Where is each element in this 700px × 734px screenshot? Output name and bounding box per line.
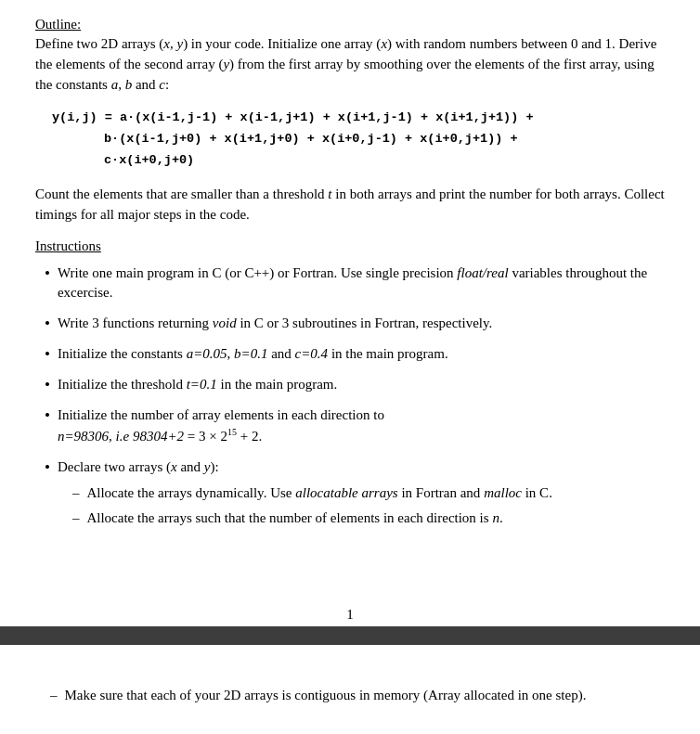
sub-dash-2: –	[72, 509, 80, 529]
bullet-dot-4: •	[45, 375, 50, 395]
sub-item-2-text: Allocate the arrays such that the number…	[86, 509, 502, 529]
continuation-list: – Make sure that each of your 2D arrays …	[50, 686, 665, 706]
instructions-heading: Instructions	[35, 238, 665, 254]
bullet-dot-3: •	[45, 344, 50, 365]
page-number: 1	[346, 607, 354, 622]
formula-line-2: b·(x(i-1,j+0) + x(i+1,j+0) + x(i+0,j-1) …	[104, 129, 665, 150]
list-item-6-text: Declare two arrays (x and y): – Allocate…	[58, 457, 665, 534]
list-item-4-text: Initialize the threshold t=0.1 in the ma…	[58, 375, 665, 395]
list-item-5-text: Initialize the number of array elements …	[58, 406, 665, 447]
continuation-dash: –	[50, 686, 58, 706]
bullet-dot-1: •	[45, 264, 50, 284]
sub-item-1: – Allocate the arrays dynamically. Use a…	[72, 483, 665, 504]
list-item-6: • Declare two arrays (x and y): – Alloca…	[45, 457, 665, 534]
instructions-list: • Write one main program in C (or C++) o…	[45, 264, 665, 535]
sub-item-1-text: Allocate the arrays dynamically. Use all…	[86, 483, 551, 504]
list-item-2: • Write 3 functions returning void in C …	[45, 314, 665, 334]
list-item-2-text: Write 3 functions returning void in C or…	[58, 314, 665, 334]
formula-text-2: b·(x(i-1,j+0) + x(i+1,j+0) + x(i+0,j-1) …	[104, 129, 518, 150]
list-item-1-text: Write one main program in C (or C++) or …	[58, 264, 665, 304]
bullet-dot-5: •	[45, 406, 50, 426]
continuation-section: – Make sure that each of your 2D arrays …	[0, 645, 700, 730]
page-number-area: 1	[0, 603, 700, 626]
list-item-5: • Initialize the number of array element…	[45, 406, 665, 447]
outline-paragraph: Define two 2D arrays (x, y) in your code…	[35, 34, 665, 95]
sub-dash-1: –	[72, 483, 80, 504]
formula-text-1: y(i,j) = a·(x(i-1,j-1) + x(i-1,j+1) + x(…	[52, 108, 533, 129]
list-item-1: • Write one main program in C (or C++) o…	[45, 264, 665, 304]
list-item-3-text: Initialize the constants a=0.05, b=0.1 a…	[58, 344, 665, 365]
count-paragraph: Count the elements that are smaller than…	[35, 185, 665, 225]
list-item-3: • Initialize the constants a=0.05, b=0.1…	[45, 344, 665, 365]
main-content: Outline: Define two 2D arrays (x, y) in …	[0, 0, 700, 603]
list-item-4: • Initialize the threshold t=0.1 in the …	[45, 375, 665, 395]
bullet-dot-6: •	[45, 457, 50, 478]
footer-bar	[0, 626, 700, 645]
outline-heading: Outline:	[35, 17, 665, 32]
sub-item-2: – Allocate the arrays such that the numb…	[72, 509, 665, 529]
formula-text-3: c·x(i+0,j+0)	[104, 150, 194, 172]
formula-block: y(i,j) = a·(x(i-1,j-1) + x(i-1,j+1) + x(…	[52, 108, 665, 172]
bullet-dot-2: •	[45, 314, 50, 334]
continuation-item: – Make sure that each of your 2D arrays …	[50, 686, 665, 706]
continuation-text: Make sure that each of your 2D arrays is…	[65, 686, 587, 706]
formula-line-1: y(i,j) = a·(x(i-1,j-1) + x(i-1,j+1) + x(…	[52, 108, 665, 129]
formula-line-3: c·x(i+0,j+0)	[104, 150, 665, 172]
sub-list: – Allocate the arrays dynamically. Use a…	[72, 483, 665, 530]
